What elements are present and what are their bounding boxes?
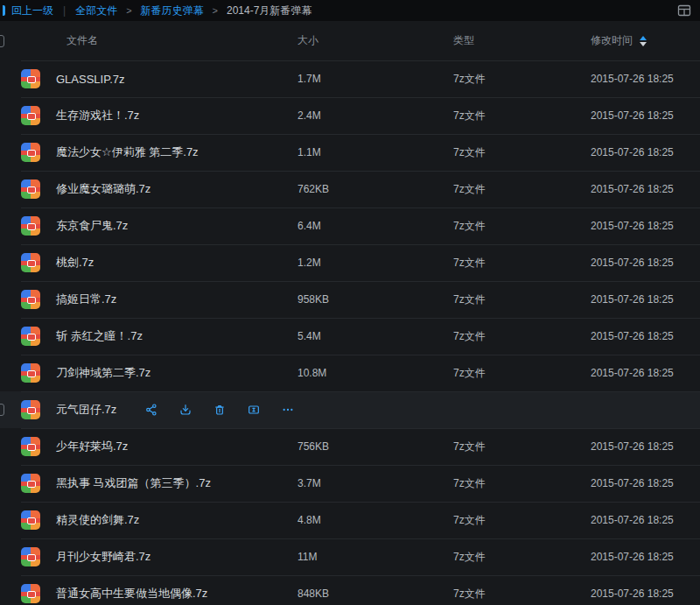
file-size: 1.7M	[298, 73, 453, 85]
archive-file-icon	[21, 106, 40, 125]
file-name[interactable]: 搞姬日常.7z	[56, 292, 116, 307]
file-mtime: 2015-07-26 18:25	[591, 220, 691, 232]
file-mtime: 2015-07-26 18:25	[591, 587, 691, 600]
file-type: 7z文件	[453, 329, 591, 344]
archive-file-icon	[21, 327, 40, 346]
file-mtime: 2015-07-26 18:25	[591, 367, 691, 379]
more-icon[interactable]	[281, 403, 295, 417]
column-header-mtime-label: 修改时间	[591, 33, 633, 48]
back-link[interactable]: 回上一级	[11, 4, 53, 18]
column-header-mtime[interactable]: 修改时间	[591, 33, 691, 48]
archive-file-icon	[21, 179, 40, 199]
file-mtime: 2015-07-26 18:25	[591, 293, 691, 306]
file-name[interactable]: 东京食尸鬼.7z	[56, 218, 128, 234]
table-row[interactable]: 元气囝仔.7z	[0, 391, 700, 428]
file-type: 7z文件	[453, 182, 591, 197]
file-mtime: 2015-07-26 18:25	[591, 257, 691, 269]
file-type: 7z文件	[453, 72, 591, 87]
table-row[interactable]: 东京食尸鬼.7z 6.4M 7z文件 2015-07-26 18:25	[0, 208, 700, 244]
archive-file-icon	[21, 400, 40, 419]
archive-file-icon	[21, 437, 40, 456]
table-row[interactable]: 普通女高中生要做当地偶像.7z 848KB 7z文件 2015-07-26 18…	[0, 575, 700, 605]
file-type: 7z文件	[453, 550, 591, 565]
row-actions	[144, 403, 295, 417]
column-header-name: 文件名	[21, 33, 298, 48]
table-row[interactable]: 修业魔女璐璐萌.7z 762KB 7z文件 2015-07-26 18:25	[0, 171, 700, 208]
breadcrumb-bar: 回上一级 | 全部文件 > 新番历史弹幕 > 2014-7月新番弹幕	[0, 0, 700, 21]
archive-file-icon	[21, 253, 40, 272]
file-name[interactable]: 黑执事 马戏团篇（第三季）.7z	[56, 475, 211, 491]
archive-file-icon	[21, 69, 40, 88]
sort-icon[interactable]	[640, 36, 647, 46]
file-name[interactable]: 桃劍.7z	[56, 255, 94, 271]
select-all-checkbox[interactable]	[0, 35, 4, 47]
column-header-size: 大小	[298, 33, 453, 48]
file-type: 7z文件	[453, 366, 591, 381]
breadcrumb-all-files[interactable]: 全部文件	[75, 4, 117, 18]
breadcrumb-pipe: |	[63, 4, 66, 17]
table-row[interactable]: 精灵使的剑舞.7z 4.8M 7z文件 2015-07-26 18:25	[0, 502, 700, 538]
table-row[interactable]: 月刊少女野崎君.7z 11M 7z文件 2015-07-26 18:25	[0, 538, 700, 575]
table-row[interactable]: 生存游戏社！.7z 2.4M 7z文件 2015-07-26 18:25	[0, 97, 700, 134]
table-row[interactable]: 少年好莱坞.7z 756KB 7z文件 2015-07-26 18:25	[0, 428, 700, 465]
file-size: 762KB	[298, 183, 453, 195]
share-icon[interactable]	[144, 403, 158, 417]
file-name[interactable]: 斩 赤红之瞳！.7z	[56, 328, 143, 344]
file-name[interactable]: 少年好莱坞.7z	[56, 439, 128, 454]
file-mtime: 2015-07-26 18:25	[591, 551, 691, 563]
file-mtime: 2015-07-26 18:25	[591, 183, 691, 195]
file-name[interactable]: GLASSLIP.7z	[56, 73, 125, 86]
breadcrumb-separator: >	[213, 5, 218, 16]
rename-icon[interactable]	[247, 403, 261, 417]
file-size: 756KB	[298, 440, 453, 453]
file-mtime: 2015-07-26 18:25	[591, 477, 691, 489]
file-size: 1.2M	[298, 257, 453, 269]
table-row[interactable]: 黑执事 马戏团篇（第三季）.7z 3.7M 7z文件 2015-07-26 18…	[0, 465, 700, 502]
back-icon[interactable]	[3, 5, 5, 16]
breadcrumb-current: 2014-7月新番弹幕	[227, 4, 312, 18]
archive-file-icon	[21, 474, 40, 493]
file-name[interactable]: 精灵使的剑舞.7z	[56, 512, 139, 528]
file-name[interactable]: 魔法少女☆伊莉雅 第二季.7z	[56, 144, 199, 160]
column-header-type: 类型	[453, 33, 591, 48]
file-mtime: 2015-07-26 18:25	[591, 73, 691, 85]
file-mtime: 2015-07-26 18:25	[591, 440, 691, 453]
archive-file-icon	[21, 547, 40, 566]
file-name[interactable]: 刀剑神域第二季.7z	[56, 365, 150, 381]
file-size: 1.1M	[298, 146, 453, 158]
table-row[interactable]: GLASSLIP.7z 1.7M 7z文件 2015-07-26 18:25	[0, 60, 700, 97]
file-size: 11M	[298, 551, 453, 563]
download-icon[interactable]	[178, 403, 192, 417]
file-type: 7z文件	[453, 513, 591, 528]
file-name[interactable]: 元气囝仔.7z	[56, 402, 116, 418]
table-row[interactable]: 刀剑神域第二季.7z 10.8M 7z文件 2015-07-26 18:25	[0, 355, 700, 391]
file-name[interactable]: 普通女高中生要做当地偶像.7z	[56, 586, 207, 601]
grid-view-icon[interactable]	[676, 2, 693, 19]
delete-icon[interactable]	[213, 403, 227, 417]
archive-file-icon	[21, 216, 40, 236]
table-row[interactable]: 魔法少女☆伊莉雅 第二季.7z 1.1M 7z文件 2015-07-26 18:…	[0, 134, 700, 171]
table-header: 文件名 大小 类型 修改时间	[0, 21, 700, 60]
breadcrumb-separator: >	[126, 5, 131, 16]
file-name[interactable]: 修业魔女璐璐萌.7z	[56, 181, 150, 197]
file-list: GLASSLIP.7z 1.7M 7z文件 2015-07-26 18:25 生…	[0, 60, 700, 605]
file-size: 958KB	[298, 293, 453, 306]
file-name[interactable]: 月刊少女野崎君.7z	[56, 549, 150, 565]
table-row[interactable]: 搞姬日常.7z 958KB 7z文件 2015-07-26 18:25	[0, 281, 700, 318]
archive-file-icon	[21, 363, 40, 383]
file-mtime: 2015-07-26 18:25	[591, 514, 691, 526]
archive-file-icon	[21, 584, 40, 603]
file-name[interactable]: 生存游戏社！.7z	[56, 108, 139, 123]
table-row[interactable]: 斩 赤红之瞳！.7z 5.4M 7z文件 2015-07-26 18:25	[0, 318, 700, 355]
row-checkbox[interactable]	[0, 404, 4, 416]
file-type: 7z文件	[453, 440, 591, 454]
file-size: 6.4M	[298, 220, 453, 232]
file-size: 2.4M	[298, 109, 453, 122]
file-mtime: 2015-07-26 18:25	[591, 146, 691, 158]
file-type: 7z文件	[453, 109, 591, 123]
breadcrumb-folder[interactable]: 新番历史弹幕	[141, 4, 204, 18]
file-size: 10.8M	[298, 367, 453, 379]
table-row[interactable]: 桃劍.7z 1.2M 7z文件 2015-07-26 18:25	[0, 244, 700, 281]
file-type: 7z文件	[453, 145, 591, 160]
archive-file-icon	[21, 510, 40, 530]
